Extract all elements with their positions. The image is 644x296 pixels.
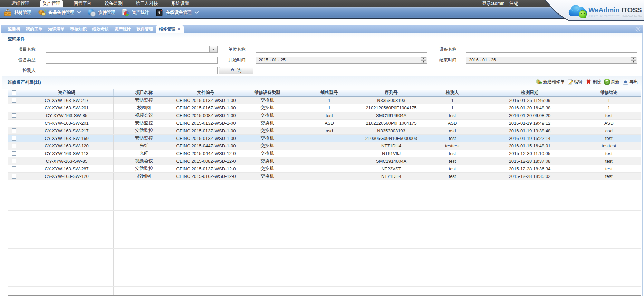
toolbar-item-spare-parts[interactable]: 备品备件管理 bbox=[37, 8, 81, 17]
row-checkbox[interactable] bbox=[12, 166, 16, 171]
table-row[interactable] bbox=[8, 188, 641, 195]
toolbar-item-asset-stats[interactable]: 资产统计 bbox=[121, 8, 149, 17]
delete-button[interactable]: 删除 bbox=[586, 79, 601, 85]
start-time-down-button[interactable] bbox=[421, 60, 426, 63]
row-select-cell bbox=[8, 172, 20, 180]
end-time-up-button[interactable] bbox=[631, 57, 636, 60]
end-time-spinner[interactable]: 2016 - 01 - 26 bbox=[466, 57, 637, 64]
nav-item-third-party[interactable]: 第三方对接 bbox=[133, 0, 161, 7]
tab-software-mgmt[interactable]: 软件管理 bbox=[134, 25, 156, 33]
row-checkbox[interactable] bbox=[12, 136, 16, 141]
table-row[interactable]: CY-XYW-163-SW-201 安防监控 CEINC 2015-013Z-W… bbox=[8, 119, 641, 127]
cell-file-no bbox=[175, 218, 237, 226]
table-row[interactable] bbox=[8, 279, 641, 286]
new-repair-order-button[interactable]: 新建维修单 bbox=[536, 79, 565, 85]
unit-name-input[interactable] bbox=[256, 47, 427, 53]
row-checkbox[interactable] bbox=[12, 159, 16, 163]
row-checkbox[interactable] bbox=[12, 121, 16, 125]
table-row[interactable] bbox=[8, 226, 641, 233]
logout-link[interactable]: 注销 bbox=[509, 0, 518, 7]
tab-my-workorders[interactable]: 我的工单 bbox=[23, 25, 45, 33]
table-row[interactable] bbox=[8, 203, 641, 210]
end-time-value: 2016 - 01 - 26 bbox=[466, 58, 631, 63]
cell-device-type bbox=[237, 279, 298, 286]
export-button[interactable]: 导出 bbox=[623, 79, 638, 85]
row-checkbox[interactable] bbox=[12, 128, 16, 133]
end-time-down-button[interactable] bbox=[631, 60, 636, 63]
cell-inspector bbox=[422, 233, 483, 241]
cell-date: 2016-01-19 19:49:12 bbox=[483, 119, 577, 127]
nav-item-operations[interactable]: 运维管理 bbox=[9, 0, 32, 7]
cell-inspector: testtest bbox=[422, 142, 483, 150]
table-row[interactable]: CY-XYW-163-SW-120 光纤 CEINC 2015-044Z-WSD… bbox=[8, 142, 641, 150]
table-row[interactable] bbox=[8, 264, 641, 271]
cell-spec bbox=[298, 233, 361, 241]
nav-item-device-monitor[interactable]: 设备监测 bbox=[102, 0, 125, 7]
table-row[interactable]: CY-XYW-163-SW-287 安防监控 CEINC 2015-013Z-W… bbox=[8, 165, 641, 172]
cell-project bbox=[113, 294, 175, 296]
cell-result bbox=[577, 279, 641, 286]
cell-serial bbox=[361, 286, 422, 294]
row-checkbox[interactable] bbox=[12, 144, 16, 148]
tab-review-knowledge[interactable]: 审核知识 bbox=[67, 25, 89, 33]
project-name-dropdown-button[interactable] bbox=[209, 46, 217, 52]
refresh-icon bbox=[604, 79, 610, 85]
nav-item-system-settings[interactable]: 系统设置 bbox=[169, 0, 192, 7]
toolbar-item-software[interactable]: 软件管理 bbox=[87, 8, 115, 17]
toolbar-item-online-devices[interactable]: 在线设备管理 bbox=[155, 8, 199, 17]
refresh-button[interactable]: 刷新 bbox=[604, 79, 619, 85]
table-row[interactable]: CY-XYW-163-SW-169 安防监控 CEINC 2015-013Z-W… bbox=[8, 134, 641, 142]
device-name-input[interactable] bbox=[466, 47, 637, 53]
table-row[interactable] bbox=[8, 271, 641, 279]
table-row[interactable]: CY-XYW-163-SW-201 校园网 CEINC 2015-016Z-WS… bbox=[8, 104, 641, 112]
toolbar-item-consumables[interactable]: 耗材管理 bbox=[3, 8, 31, 17]
select-all-checkbox[interactable] bbox=[12, 90, 16, 95]
tab-repair-mgmt[interactable]: 维修管理 ✕ bbox=[156, 25, 184, 33]
table-row[interactable]: CY-XYW-163-SW-217 安防监控 CEINC 2015-013Z-W… bbox=[8, 127, 641, 134]
cell-file-no: CEINC 2015-013Z-WSD-1-00 bbox=[175, 127, 237, 134]
row-checkbox[interactable] bbox=[12, 113, 16, 118]
row-checkbox[interactable] bbox=[12, 106, 16, 110]
table-row[interactable] bbox=[8, 248, 641, 256]
cell-asset-code: CY-XYW-163-SW-217 bbox=[20, 96, 113, 104]
table-row[interactable] bbox=[8, 233, 641, 241]
table-row[interactable]: CY-XYW-163-SW-113 光纤 CEINC 2015-044Z-WSD… bbox=[8, 150, 641, 157]
cell-result bbox=[577, 233, 641, 241]
gear-icon[interactable] bbox=[635, 27, 641, 32]
table-row[interactable] bbox=[8, 241, 641, 248]
table-row[interactable] bbox=[8, 218, 641, 226]
cell-asset-code bbox=[20, 264, 113, 271]
table-row[interactable]: CY-XYW-163-SW-120 校园网 CEINC 2015-016Z-WS… bbox=[8, 172, 641, 180]
inspector-input[interactable] bbox=[46, 68, 217, 74]
project-name-input[interactable] bbox=[46, 46, 209, 52]
edit-button[interactable]: 编辑 bbox=[568, 79, 583, 85]
cell-inspector bbox=[422, 248, 483, 256]
table-row[interactable]: CY-XYW-163-SW-217 安防监控 CEINC 2015-013Z-W… bbox=[8, 96, 641, 104]
table-row[interactable]: CY-XYW-163-SW-85 视频会议 CEINC 2015-008Z-WS… bbox=[8, 157, 641, 165]
table-row[interactable] bbox=[8, 294, 641, 296]
row-checkbox[interactable] bbox=[12, 174, 16, 179]
start-time-spinner[interactable]: 2015 - 01 - 25 bbox=[256, 57, 427, 64]
cell-date: 2016-01-15 16:48:01 bbox=[483, 142, 577, 150]
table-row[interactable] bbox=[8, 256, 641, 264]
cell-device-type bbox=[237, 180, 298, 188]
table-row[interactable] bbox=[8, 286, 641, 294]
table-row[interactable] bbox=[8, 210, 641, 218]
tab-monitor-tree[interactable]: 监测树 bbox=[5, 25, 23, 33]
start-time-up-button[interactable] bbox=[421, 57, 426, 60]
tab-knowledge-list[interactable]: 知识清单 bbox=[45, 25, 67, 33]
table-row[interactable] bbox=[8, 195, 641, 203]
search-button[interactable]: 查 询 bbox=[219, 67, 253, 74]
device-type-input[interactable] bbox=[46, 57, 217, 64]
row-checkbox[interactable] bbox=[12, 98, 16, 103]
tab-performance[interactable]: 绩效考核 bbox=[89, 25, 112, 33]
table-row[interactable] bbox=[8, 180, 641, 188]
row-checkbox[interactable] bbox=[12, 151, 16, 156]
nav-item-network-platform[interactable]: 网管平台 bbox=[71, 0, 94, 7]
tab-asset-stats[interactable]: 资产统计 bbox=[112, 25, 134, 33]
tab-close-icon[interactable]: ✕ bbox=[177, 27, 181, 31]
nav-item-assets[interactable]: 资产管理 bbox=[40, 0, 63, 7]
cell-date: 2016-01-25 11:46:09 bbox=[483, 96, 577, 104]
cell-serial bbox=[361, 233, 422, 241]
table-row[interactable]: CY-XYW-163-SW-85 视频会议 CEINC 2015-008Z-WS… bbox=[8, 112, 641, 119]
